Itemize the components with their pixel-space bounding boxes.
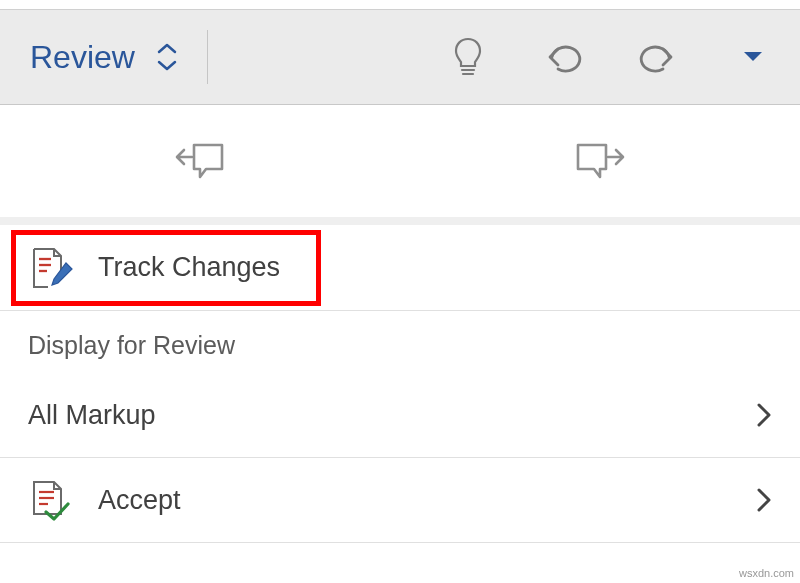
all-markup-label: All Markup <box>28 400 756 431</box>
triangle-down-icon <box>742 50 764 64</box>
redo-button[interactable] <box>610 10 705 104</box>
next-comment-icon <box>572 137 628 185</box>
track-changes-toggle[interactable]: Track Changes <box>0 225 800 310</box>
redo-icon <box>637 39 679 75</box>
track-changes-icon <box>28 245 74 291</box>
more-dropdown[interactable] <box>705 10 800 104</box>
previous-comment-button[interactable] <box>0 105 400 217</box>
next-comment-button[interactable] <box>400 105 800 217</box>
tell-me-button[interactable] <box>420 10 515 104</box>
document-area-edge <box>0 0 800 10</box>
accept-row[interactable]: Accept <box>0 458 800 543</box>
watermark-text: wsxdn.com <box>739 567 794 579</box>
lightbulb-icon <box>451 36 485 78</box>
undo-icon <box>542 39 584 75</box>
ribbon-tab-selector[interactable]: Review <box>0 10 207 104</box>
chevron-updown-icon <box>157 43 177 71</box>
accept-label: Accept <box>98 485 756 516</box>
ribbon-bar: Review <box>0 10 800 105</box>
ribbon-tab-label: Review <box>30 39 135 76</box>
comment-navigation-row <box>0 105 800 225</box>
undo-button[interactable] <box>515 10 610 104</box>
track-changes-label: Track Changes <box>98 252 772 283</box>
display-for-review-heading: Display for Review <box>0 311 800 373</box>
chevron-right-icon <box>756 402 772 428</box>
accept-icon <box>28 478 72 522</box>
all-markup-row[interactable]: All Markup <box>0 373 800 458</box>
previous-comment-icon <box>172 137 228 185</box>
divider <box>207 30 208 84</box>
chevron-right-icon <box>756 487 772 513</box>
